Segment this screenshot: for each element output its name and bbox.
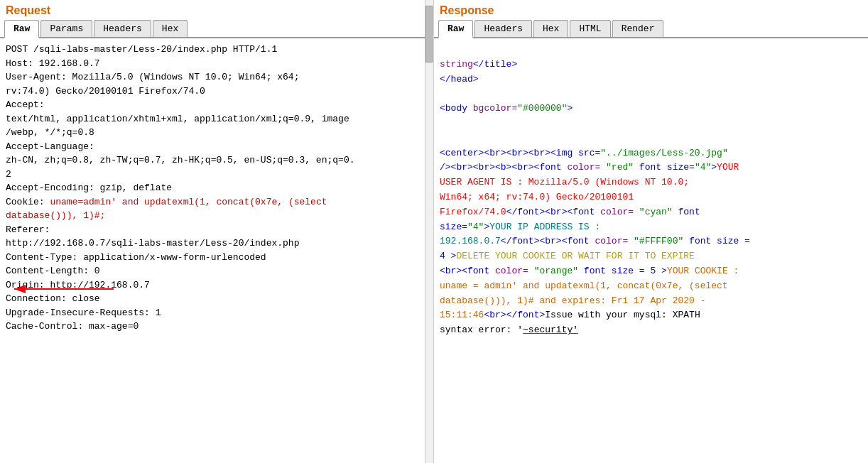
tab-html-response[interactable]: HTML [570, 20, 610, 37]
resp-font-color4-attr: color= [495, 266, 528, 276]
cookie-line: Cookie: uname=admin' and updatexml(1, co… [6, 197, 327, 222]
tab-headers-request[interactable]: Headers [94, 20, 151, 37]
request-remaining: Referer: http://192.168.0.7/sqli-labs-ma… [6, 224, 299, 332]
request-scrollbar-thumb[interactable] [425, 6, 433, 62]
request-scrollbar[interactable] [425, 0, 433, 463]
resp-font-size2-val: "4" [467, 222, 484, 232]
response-body: string</title> </head> <body bgcolor="#0… [440, 43, 862, 353]
resp-title-close: </title> [473, 59, 517, 70]
resp-font-size3-val: 4 > [440, 251, 456, 261]
tab-raw-response[interactable]: Raw [438, 20, 473, 38]
resp-bgcolor-val: "#000000" [517, 103, 567, 114]
resp-error-value: ~security' [523, 325, 578, 335]
resp-delete-cookie: DELETE YOUR COOKIE OR WAIT FOR IT TO EXP… [456, 251, 694, 261]
request-title: Request [0, 0, 425, 20]
resp-font-size4-attr: font size = 5 > [578, 266, 667, 276]
resp-body-close-bracket: > [567, 103, 573, 114]
resp-font-endtag1: </font><br><font [506, 207, 601, 217]
resp-font-close1: > [711, 162, 717, 173]
resp-font-size-val: "4" [695, 162, 711, 173]
request-line-1: POST /sqli-labs-master/Less-20/index.php… [6, 44, 354, 193]
tab-hex-response[interactable]: Hex [533, 20, 568, 37]
tab-raw-request[interactable]: Raw [4, 20, 39, 38]
resp-font-size3-attr: font size = [683, 236, 750, 246]
tab-params-request[interactable]: Params [40, 20, 92, 37]
resp-string: string [440, 59, 473, 70]
resp-font-color4-val: "orange" [528, 266, 578, 276]
request-tab-bar: Raw Params Headers Hex [0, 20, 425, 38]
resp-img-close: /><br><br><b><br><font [440, 162, 567, 173]
resp-font-endtag2: </font><br><font [501, 236, 595, 246]
resp-font-color1-attr: color= [567, 162, 600, 173]
resp-head-close: </head> [440, 74, 479, 85]
response-content-area: string</title> </head> <body bgcolor="#0… [434, 38, 868, 463]
resp-img-src: "../images/Less-20.jpg" [600, 148, 727, 158]
resp-font-size-attr: font size= [634, 162, 695, 173]
resp-bgcolor-attr: bgcolor= [473, 103, 517, 114]
tab-hex-request[interactable]: Hex [153, 20, 188, 37]
resp-font-color2-val: "cyan" [634, 207, 673, 217]
resp-font-endtag4: <br></font> [484, 310, 545, 320]
request-body: POST /sqli-labs-master/Less-20/index.php… [6, 43, 419, 334]
resp-center: <center><br><br><br><img src= [440, 148, 600, 158]
response-panel: Response Raw Headers Hex HTML Render str… [434, 0, 868, 463]
tab-headers-response[interactable]: Headers [474, 20, 532, 37]
request-content-area: POST /sqli-labs-master/Less-20/index.php… [0, 38, 425, 463]
resp-body-open: <body [440, 103, 473, 114]
tab-render-response[interactable]: Render [612, 20, 664, 37]
resp-font-color2-attr: color= [600, 207, 634, 217]
resp-font-color3-val: "#FFFF00" [628, 236, 683, 246]
resp-font-color3-attr: color= [595, 236, 628, 246]
resp-font-endtag3: <br><font [440, 266, 495, 276]
response-tab-bar: Raw Headers Hex HTML Render [434, 20, 868, 38]
response-title: Response [434, 0, 868, 20]
cookie-inject-value: uname=admin' and updatexml(1, concat(0x7… [6, 197, 327, 222]
resp-font-color1-val: "red" [600, 162, 634, 173]
